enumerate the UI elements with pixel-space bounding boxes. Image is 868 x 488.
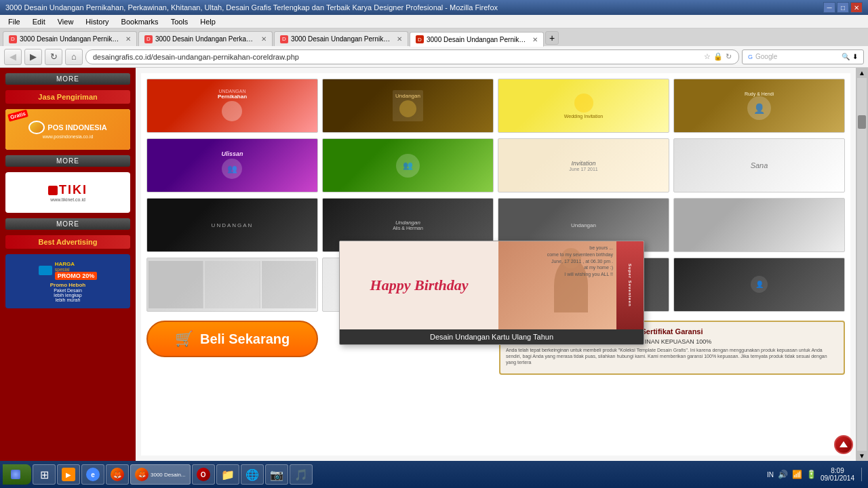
grid-img-4-4-inner: 👤	[674, 258, 844, 311]
menu-help[interactable]: Help	[195, 16, 221, 27]
grid-img-4-4[interactable]: 👤	[673, 258, 845, 312]
tab-1-label: 3000 Desain Undangan Pernikahan, P...	[20, 35, 121, 43]
title-bar: 3000 Desain Undangan Pernikahan, Perkawi…	[0, 0, 868, 15]
pos-indonesia-section: Gratis POS INDONESIA www.posindonesia.co…	[5, 109, 130, 150]
opera-icon: O	[197, 468, 210, 481]
scroll-thumb[interactable]	[858, 115, 866, 129]
new-tab-button[interactable]: +	[545, 31, 559, 45]
more-button-top[interactable]: MORE	[5, 73, 130, 85]
taskbar-earth[interactable]: 🌐	[241, 464, 264, 485]
tab-1-favicon: D	[9, 35, 17, 43]
star-icon: ☆	[704, 52, 711, 61]
start-button[interactable]	[3, 464, 31, 485]
happy-birthday-text: Happy Birthday	[370, 277, 469, 294]
scrollbar[interactable]: ▲ ▼	[856, 68, 868, 461]
tiki-name: TIKI	[59, 183, 87, 197]
taskbar-folder[interactable]: 📁	[216, 464, 239, 485]
promo-spesial: spesial	[55, 267, 98, 272]
grid-img-1-4[interactable]: Rudy & Hendi 👤	[673, 79, 845, 133]
menu-file[interactable]: File	[3, 16, 26, 27]
tab-3[interactable]: D 3000 Desain Undangan Pernikahan, P... …	[274, 31, 408, 46]
grid-img-3-1-inner: UNDANGAN	[147, 199, 317, 251]
grid-img-4-1-inner	[147, 258, 317, 311]
menu-tools[interactable]: Tools	[165, 16, 194, 27]
sound-icon[interactable]: 🔊	[778, 470, 788, 479]
minimize-button[interactable]: ─	[823, 2, 835, 13]
download-icon[interactable]: ⬇	[852, 53, 858, 60]
promo-heboh: Promo Heboh	[50, 282, 85, 288]
promo-banner[interactable]: HARGA spesial PROMO 20% Promo Heboh Pake…	[5, 254, 130, 308]
time: 8:09	[821, 467, 854, 474]
forward-button[interactable]: ▶	[24, 49, 42, 65]
reload-button[interactable]: ↻	[45, 49, 62, 65]
tab-1[interactable]: D 3000 Desain Undangan Pernikahan, P... …	[3, 31, 137, 46]
taskbar-firefox[interactable]: 🦊	[106, 464, 129, 485]
taskbar-opera[interactable]: O	[192, 464, 215, 485]
taskbar-media[interactable]: ▶	[57, 464, 80, 485]
image-grid-row1: UNDANGAN Pernikahan Undangan	[146, 79, 845, 133]
network-icon[interactable]: 📶	[792, 470, 802, 479]
grid-img-2-4[interactable]: Sana	[673, 138, 845, 192]
grid-img-3-1[interactable]: UNDANGAN	[146, 198, 318, 252]
invitation-text: be yours ... come to my seventeen birthd…	[547, 245, 613, 278]
search-icon[interactable]: 🔍	[842, 53, 850, 60]
scroll-down-button[interactable]: ▼	[857, 451, 867, 461]
promo-paket: Paket Desain	[54, 288, 82, 293]
grid-img-2-3-inner: Invitation June 17 2011	[498, 139, 669, 192]
grid-img-2-3[interactable]: Invitation June 17 2011	[498, 138, 669, 192]
taskbar-ie[interactable]: e	[81, 464, 104, 485]
scroll-up-button[interactable]: ▲	[857, 68, 867, 78]
menu-view[interactable]: View	[52, 16, 79, 27]
battery-icon[interactable]: 🔋	[806, 470, 816, 479]
tab-2-close[interactable]: ✕	[261, 35, 267, 43]
search-bar[interactable]: G Google 🔍 ⬇	[742, 49, 864, 64]
maximize-button[interactable]: □	[837, 2, 849, 13]
tab-4-close[interactable]: ✕	[532, 36, 538, 43]
grid-img-2-1[interactable]: Ulissan 👥	[146, 138, 318, 192]
window-controls[interactable]: ─ □ ✕	[823, 2, 863, 13]
time-display: 8:09 09/01/2014	[821, 467, 854, 482]
taskbar-firefox-active[interactable]: 🦊 3000 Desain...	[130, 464, 191, 485]
more-button-tiki[interactable]: MORE	[5, 218, 130, 230]
tooltip-title: Desain Undangan Kartu Ulang Tahun	[430, 333, 553, 341]
taskbar-app2[interactable]: 🎵	[290, 464, 313, 485]
tooltip-image-area: Happy Birthday be yours ... come to my s…	[340, 241, 644, 329]
advertising-heading: Best Advertising	[5, 235, 130, 249]
menu-bookmarks[interactable]: Bookmarks	[116, 16, 164, 27]
close-button[interactable]: ✕	[850, 2, 863, 13]
grid-img-2-2[interactable]: 👥	[322, 138, 494, 192]
home-button[interactable]: ⌂	[65, 49, 83, 65]
buy-label: Beli Sekarang	[200, 331, 290, 347]
google-icon: G	[748, 54, 753, 60]
tab-2-label: 3000 Desain Undangan Perkawinan P...	[155, 35, 257, 43]
tab-4[interactable]: D 3000 Desain Undangan Pernikahan, P... …	[410, 32, 544, 47]
window-title: 3000 Desain Undangan Pernikahan, Perkawi…	[5, 3, 823, 12]
menu-edit[interactable]: Edit	[27, 16, 51, 27]
scroll-to-top-button[interactable]	[834, 435, 853, 454]
scroll-track[interactable]	[857, 78, 867, 451]
grid-img-1-3[interactable]: Wedding Invitation	[498, 79, 669, 133]
tab-2[interactable]: D 3000 Desain Undangan Perkawinan P... ✕	[138, 31, 273, 46]
grid-img-1-2[interactable]: Undangan	[322, 79, 494, 133]
taskbar-windows[interactable]: ⊞	[33, 464, 56, 485]
folder-icon: 📁	[221, 468, 235, 481]
tab-3-close[interactable]: ✕	[397, 35, 402, 43]
tab-4-favicon: D	[416, 35, 424, 43]
url-bar[interactable]: desaingrafis.co.id/desain-undangan-perni…	[85, 49, 739, 64]
more-button-pos[interactable]: MORE	[5, 155, 130, 167]
pos-indonesia-banner[interactable]: Gratis POS INDONESIA www.posindonesia.co…	[5, 109, 130, 150]
back-button[interactable]: ◀	[4, 49, 22, 65]
tiki-url: www.tikinet.co.id	[50, 197, 85, 202]
taskbar-app1[interactable]: 📷	[265, 464, 288, 485]
tiki-banner[interactable]: TIKI www.tikinet.co.id	[5, 172, 130, 213]
grid-img-2-1-inner: Ulissan 👥	[147, 139, 317, 192]
menu-history[interactable]: History	[80, 16, 114, 27]
tab-1-close[interactable]: ✕	[125, 35, 131, 43]
buy-button[interactable]: 🛒 Beli Sekarang	[146, 321, 318, 357]
grid-img-1-1[interactable]: UNDANGAN Pernikahan	[146, 79, 318, 133]
grid-img-3-4[interactable]	[673, 198, 845, 252]
earth-icon: 🌐	[245, 468, 259, 481]
grid-img-4-1[interactable]	[146, 258, 318, 312]
show-desktop-icon[interactable]	[861, 468, 865, 481]
app1-icon: 📷	[270, 468, 283, 481]
